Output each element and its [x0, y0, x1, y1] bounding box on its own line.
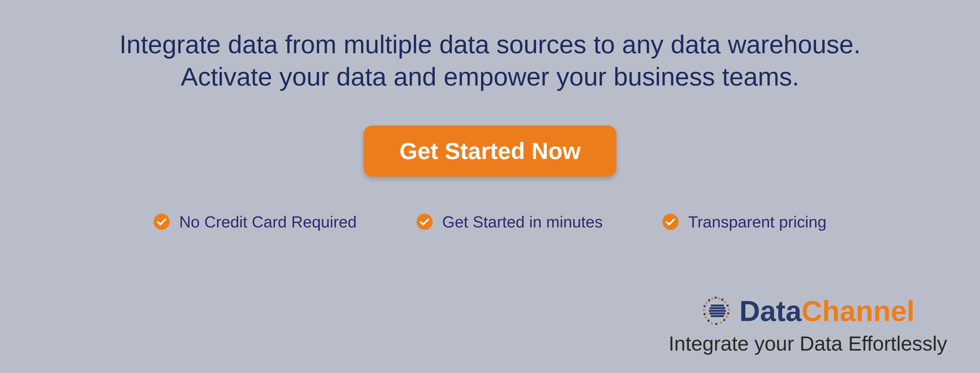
brand-name: DataChannel — [739, 297, 915, 325]
svg-rect-6 — [722, 298, 724, 301]
svg-rect-3 — [712, 297, 714, 300]
svg-rect-20 — [720, 322, 722, 324]
headline: Integrate data from multiple data source… — [0, 0, 980, 92]
check-circle-icon — [154, 214, 170, 230]
svg-point-2 — [662, 214, 679, 230]
feature-text: Get Started in minutes — [442, 212, 603, 231]
svg-rect-4 — [715, 297, 717, 299]
svg-rect-18 — [723, 319, 725, 321]
svg-rect-15 — [704, 313, 706, 315]
brand-logo: DataChannel — [669, 295, 947, 328]
svg-rect-17 — [705, 317, 707, 319]
feature-text: Transparent pricing — [688, 212, 826, 231]
svg-rect-10 — [727, 304, 729, 307]
svg-rect-14 — [727, 312, 729, 314]
svg-rect-26 — [711, 315, 724, 317]
svg-rect-19 — [708, 320, 710, 322]
headline-line1: Integrate data from multiple data source… — [18, 29, 962, 61]
svg-rect-21 — [711, 322, 713, 324]
get-started-button[interactable]: Get Started Now — [364, 126, 617, 177]
svg-point-0 — [154, 214, 170, 230]
svg-rect-22 — [716, 323, 718, 325]
svg-rect-25 — [710, 312, 725, 314]
brand-tagline: Integrate your Data Effortlessly — [669, 332, 947, 355]
svg-point-1 — [417, 214, 433, 230]
svg-rect-13 — [703, 309, 705, 311]
brand-section: DataChannel Integrate your Data Effortle… — [669, 295, 947, 355]
svg-rect-24 — [709, 310, 726, 312]
feature-text: No Credit Card Required — [179, 212, 357, 231]
features-row: No Credit Card Required Get Started in m… — [0, 212, 980, 231]
svg-rect-27 — [711, 304, 724, 307]
svg-rect-16 — [726, 316, 728, 318]
headline-line2: Activate your data and empower your busi… — [18, 61, 962, 93]
feature-get-started-minutes: Get Started in minutes — [417, 212, 603, 231]
feature-transparent-pricing: Transparent pricing — [662, 212, 826, 231]
svg-rect-8 — [724, 301, 726, 303]
svg-rect-7 — [708, 299, 711, 301]
feature-no-credit-card: No Credit Card Required — [154, 212, 357, 231]
cta-wrapper: Get Started Now — [0, 126, 980, 177]
svg-rect-5 — [718, 297, 721, 300]
svg-rect-11 — [704, 305, 706, 307]
check-circle-icon — [417, 214, 433, 230]
svg-rect-9 — [706, 302, 708, 304]
brand-name-part2: Channel — [802, 295, 915, 327]
svg-rect-23 — [710, 307, 725, 309]
svg-rect-12 — [728, 308, 730, 311]
brand-name-part1: Data — [739, 295, 801, 327]
globe-icon — [701, 295, 734, 328]
check-circle-icon — [662, 214, 679, 230]
